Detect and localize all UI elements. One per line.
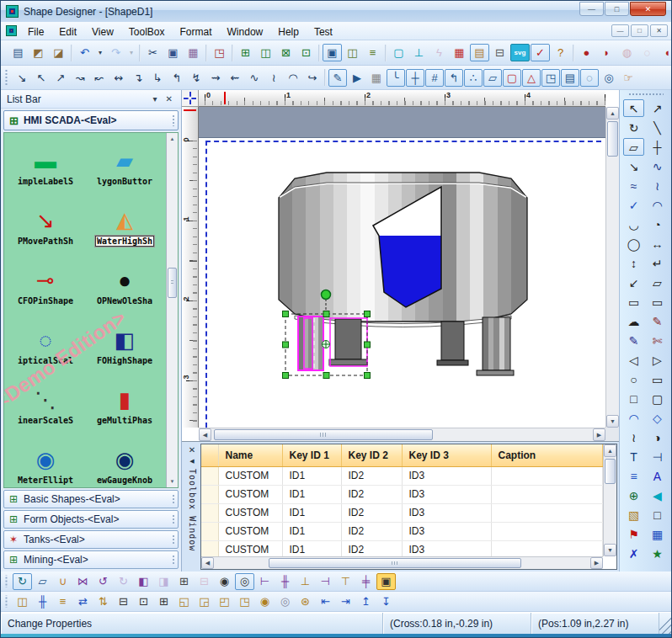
row-header[interactable] xyxy=(201,466,218,485)
import-shape-icon[interactable]: ◳ xyxy=(210,44,229,61)
cell-name[interactable]: CUSTOM xyxy=(218,466,282,485)
scrollbar-thumb[interactable] xyxy=(168,268,177,298)
cell-name[interactable]: CUSTOM xyxy=(218,485,282,503)
pencil-draw-icon[interactable]: ✎ xyxy=(647,312,668,330)
group-basic-shapes[interactable]: ⊞ Basic Shapes-<Eval> xyxy=(3,490,179,508)
snap-grid-icon[interactable]: # xyxy=(425,69,444,87)
shape-left-icon[interactable]: ◁ xyxy=(623,351,644,369)
design-mode-icon[interactable]: ✎ xyxy=(328,69,347,87)
select-all-icon[interactable]: ▢ xyxy=(389,44,408,61)
menu-test[interactable]: Test xyxy=(307,24,340,40)
print-icon[interactable]: ⊟ xyxy=(490,44,509,61)
arc-draw-icon[interactable]: ◡ xyxy=(623,215,644,233)
shape-item-gaugeknob[interactable]: ◉ ewGaugeKnob xyxy=(85,435,164,488)
space-across-icon[interactable]: ◫ xyxy=(13,593,32,610)
save-shape-lib-icon[interactable]: ⊡ xyxy=(296,44,316,61)
anchor-icon[interactable]: ⊥ xyxy=(409,44,429,61)
same-height-icon[interactable]: ⊡ xyxy=(134,593,153,610)
copy-icon[interactable]: ▣ xyxy=(163,44,183,61)
drawing-viewport[interactable] xyxy=(199,107,605,428)
center-page-icon[interactable]: ▣ xyxy=(376,573,396,590)
zoom-icon[interactable]: ◎ xyxy=(600,69,618,87)
connector-both-icon[interactable]: ↭ xyxy=(109,69,128,87)
node-distribute-icon[interactable]: ∴ xyxy=(464,69,483,87)
close-icon[interactable]: ✕ xyxy=(189,446,195,455)
menu-file[interactable]: File xyxy=(20,24,51,40)
cross-draw-icon[interactable]: ┼ xyxy=(647,138,668,156)
square-draw-icon[interactable]: □ xyxy=(623,390,644,407)
space-down-icon[interactable]: ╫ xyxy=(33,593,52,610)
align-bottom-icon[interactable]: ⊥ xyxy=(296,573,315,590)
close-icon[interactable]: ✕ xyxy=(163,94,175,104)
weld-icon[interactable]: ● xyxy=(577,44,596,61)
bring-front-icon[interactable]: ◱ xyxy=(174,593,194,610)
maximize-icon[interactable]: □ xyxy=(605,2,629,16)
cell-caption[interactable] xyxy=(491,485,603,503)
list-view-icon[interactable]: ≡ xyxy=(363,44,382,61)
align-center-icon[interactable]: ╫ xyxy=(275,573,295,590)
shape-item-meterellipse[interactable]: ◉ MeterEllipt xyxy=(6,435,85,488)
slice-icon[interactable]: ◖ xyxy=(658,44,672,61)
save-shape-icon[interactable]: ◩ xyxy=(29,44,48,61)
flag-icon[interactable]: ⚑ xyxy=(623,525,644,543)
weld-shapes-icon[interactable]: ◉ xyxy=(255,593,275,610)
arrow-sw-icon[interactable]: ↙ xyxy=(623,274,644,291)
connector-step-up-icon[interactable]: ↰ xyxy=(168,69,186,87)
cell-caption[interactable] xyxy=(491,466,603,485)
ungroup-icon[interactable]: ⊟ xyxy=(195,573,214,590)
list-scrollbar[interactable]: ▲ ▼ xyxy=(166,133,178,487)
table-row[interactable]: CUSTOM ID1 ID2 ID3 xyxy=(201,522,603,540)
vertical-ruler[interactable]: 0123 xyxy=(182,107,199,428)
connector-wreath-icon[interactable]: ≀ xyxy=(264,69,283,87)
properties-icon[interactable]: ▤ xyxy=(8,44,28,61)
connector-wave-back-icon[interactable]: ↜ xyxy=(90,69,109,87)
menu-format[interactable]: Format xyxy=(173,24,220,40)
line-tool-icon[interactable]: ╲ xyxy=(647,119,668,136)
svg-export-icon[interactable]: svg xyxy=(510,44,530,61)
simplify-icon[interactable]: ◌ xyxy=(637,44,657,61)
shape-item-cfopin[interactable]: ⊸ CFOPinShape xyxy=(6,256,85,316)
cell-name[interactable]: CUSTOM xyxy=(218,503,282,522)
squeeze-v-icon[interactable]: ⇅ xyxy=(93,593,113,610)
crop-box-icon[interactable]: ◳ xyxy=(541,69,560,87)
canvas-hscrollbar[interactable]: ◀ ▶ xyxy=(199,428,605,441)
undo-dropdown-icon[interactable]: ▾ xyxy=(95,44,105,61)
scrollbar-thumb[interactable] xyxy=(607,121,618,157)
curve-node-icon[interactable]: ◠ xyxy=(623,409,644,427)
collapse-icon[interactable]: ◀ xyxy=(189,458,194,464)
spline-icon[interactable]: ≈ xyxy=(623,177,644,194)
circle-draw-icon[interactable]: ○ xyxy=(623,370,644,388)
toolbar-grip[interactable] xyxy=(628,93,664,97)
cell-key-id-3[interactable]: ID3 xyxy=(402,485,491,503)
align-right-icon[interactable]: ⊣ xyxy=(316,573,335,590)
delete-shape-icon[interactable]: ⊠ xyxy=(276,44,296,61)
pan-icon[interactable]: ☞ xyxy=(619,69,637,87)
distribute-icon[interactable]: ≡ xyxy=(53,593,72,610)
diamond-node-icon[interactable]: ◇ xyxy=(647,409,668,427)
scroll-right-icon[interactable]: ▶ xyxy=(593,428,605,441)
paste-icon[interactable]: ▦ xyxy=(184,44,203,61)
rotate-right-icon[interactable]: ↻ xyxy=(114,573,133,590)
cell-key-id-1[interactable]: ID1 xyxy=(282,503,341,522)
document-icon[interactable] xyxy=(6,25,17,36)
rotate-icon[interactable]: ↻ xyxy=(13,573,32,590)
scroll-down-icon[interactable]: ▼ xyxy=(170,476,175,487)
horizontal-ruler[interactable]: 01234 xyxy=(199,90,605,107)
dim-height-icon[interactable]: ↕ xyxy=(623,254,644,272)
flip-h-icon[interactable]: ◧ xyxy=(134,573,153,590)
wing-icon[interactable]: ◀ xyxy=(647,486,668,504)
page-setup-icon[interactable]: ▤ xyxy=(561,69,579,87)
cell-name[interactable]: CUSTOM xyxy=(218,522,282,540)
callout-round-icon[interactable]: ▭ xyxy=(647,293,668,311)
chevron-down-icon[interactable]: ▾ xyxy=(151,94,160,104)
cell-key-id-2[interactable]: ID2 xyxy=(341,466,402,485)
delete-x-icon[interactable]: ✗ xyxy=(623,545,644,562)
scroll-left-icon[interactable]: ◀ xyxy=(199,428,211,441)
cell-caption[interactable] xyxy=(491,522,603,540)
minimize-icon[interactable]: — xyxy=(579,2,604,16)
triangle-icon[interactable]: △ xyxy=(522,69,541,87)
connector-curve-icon[interactable]: ⇝ xyxy=(206,69,225,87)
flip-v-icon[interactable]: ◨ xyxy=(154,573,173,590)
bring-forward-icon[interactable]: ◲ xyxy=(195,593,214,610)
mdi-restore-icon[interactable]: □ xyxy=(631,24,648,37)
